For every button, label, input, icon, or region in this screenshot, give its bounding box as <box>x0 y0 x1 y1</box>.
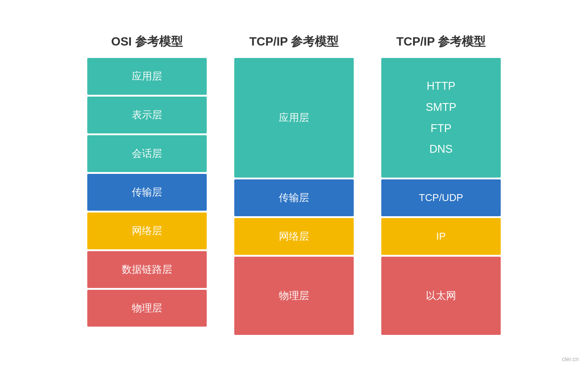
layers-tcpip-basic: 应用层传输层网络层物理层 <box>234 58 354 335</box>
layer-box-tcpip-basic-2: 网络层 <box>234 218 354 255</box>
column-title-tcpip-basic: TCP/IP 参考模型 <box>249 34 339 50</box>
layers-tcpip-detail: HTTPSMTPFTPDNSTCP/UDPIP以太网 <box>381 58 501 335</box>
column-tcpip-basic: TCP/IP 参考模型应用层传输层网络层物理层 <box>234 34 354 335</box>
layer-box-tcpip-basic-0: 应用层 <box>234 58 354 178</box>
layer-box-osi-5: 数据链路层 <box>87 251 207 288</box>
column-title-tcpip-detail: TCP/IP 参考模型 <box>396 34 486 50</box>
layer-box-tcpip-detail-0: HTTPSMTPFTPDNS <box>381 58 501 178</box>
layer-box-osi-0: 应用层 <box>87 58 207 95</box>
column-title-osi: OSI 参考模型 <box>111 34 183 50</box>
layer-box-osi-3: 传输层 <box>87 174 207 211</box>
layers-osi: 应用层表示层会话层传输层网络层数据链路层物理层 <box>87 58 207 327</box>
layer-box-osi-1: 表示层 <box>87 97 207 133</box>
layer-box-tcpip-detail-2: IP <box>381 218 501 255</box>
watermark: clei.cn <box>562 356 579 362</box>
column-tcpip-detail: TCP/IP 参考模型HTTPSMTPFTPDNSTCP/UDPIP以太网 <box>381 34 501 335</box>
layer-box-osi-2: 会话层 <box>87 135 207 172</box>
layer-box-osi-4: 网络层 <box>87 213 207 249</box>
layer-box-osi-6: 物理层 <box>87 290 207 327</box>
diagram-container: OSI 参考模型应用层表示层会话层传输层网络层数据链路层物理层TCP/IP 参考… <box>60 20 528 349</box>
column-osi: OSI 参考模型应用层表示层会话层传输层网络层数据链路层物理层 <box>87 34 207 327</box>
layer-box-tcpip-basic-1: 传输层 <box>234 179 354 216</box>
layer-box-tcpip-detail-3: 以太网 <box>381 257 501 335</box>
layer-box-tcpip-basic-3: 物理层 <box>234 257 354 335</box>
layer-box-tcpip-detail-1: TCP/UDP <box>381 179 501 216</box>
